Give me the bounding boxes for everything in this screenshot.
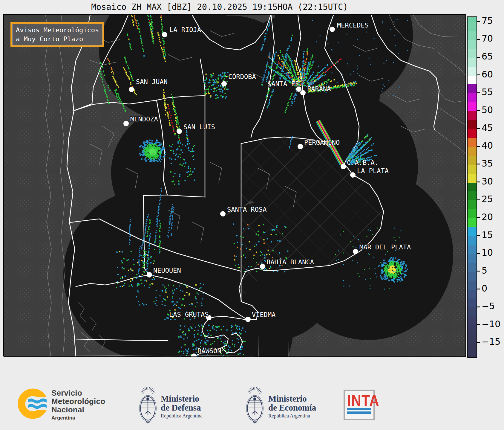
colorbar-segment-27.5	[468, 183, 477, 192]
smn-line1: Servicio	[51, 389, 105, 397]
colorbar-segment-62.5	[468, 58, 477, 67]
colorbar-segment-67.5	[468, 40, 477, 49]
city-label: MAR DEL PLATA	[359, 243, 411, 251]
radar-page: { "title": "Mosaico ZH MAX [dBZ] 20.10.2…	[0, 0, 504, 430]
colorbar-tickmark-45	[477, 128, 480, 129]
colorbar-segment-25	[468, 191, 477, 200]
colorbar-segment--12.5	[468, 325, 477, 334]
city-dot	[177, 129, 182, 134]
colorbar-tickmark-25	[477, 199, 480, 200]
city-dot	[123, 121, 129, 126]
colorbar-segment--2.5	[468, 290, 477, 299]
colorbar-segment-10	[468, 245, 477, 254]
city-label: LA RIOJA	[169, 26, 201, 33]
colorbar-tickmark-0	[477, 289, 480, 289]
colorbar-segment-65	[468, 49, 477, 58]
colorbar-tickmark-75	[477, 21, 480, 22]
colorbar-segment--7.5	[468, 307, 477, 316]
colorbar-label-65: 65	[482, 51, 493, 62]
colorbar-label-20: 20	[482, 212, 493, 222]
economia-coat-of-arms	[243, 386, 266, 426]
city-dot	[341, 164, 346, 169]
colorbar-tickmark-−5	[477, 307, 480, 307]
defensa-coat-of-arms	[136, 386, 160, 426]
colorbar-label-35: 35	[482, 158, 493, 169]
colorbar-segment--15	[468, 334, 477, 343]
colorbar-segment-2.5	[468, 272, 477, 281]
city-dot	[300, 90, 306, 95]
colorbar-label-40: 40	[482, 140, 493, 151]
colorbar-segment-5	[468, 263, 477, 272]
colorbar-segment-15	[468, 227, 477, 236]
warning-box-line2: a Muy Corto Plazo	[16, 35, 83, 43]
colorbar-label-55: 55	[482, 87, 493, 97]
city-label: VIEDMA	[252, 311, 275, 318]
colorbar-tickmark-55	[477, 92, 480, 93]
city-label: BAHÍA BLANCA	[266, 258, 314, 266]
smn-logo	[18, 388, 48, 419]
colorbar-tickmark-35	[477, 164, 480, 164]
city-dot	[221, 81, 227, 86]
colorbar-tickmark-5	[477, 271, 480, 272]
warning-box: Avisos Meteorológicos a Muy Corto Plazo	[10, 22, 104, 47]
city-label: LA PLATA	[357, 167, 389, 175]
city-dot	[220, 211, 226, 216]
economia-sub: República Argentina	[268, 413, 316, 419]
colorbar-tickmark-40	[477, 146, 480, 147]
colorbar-segment-37.5	[468, 147, 477, 156]
city-dot	[162, 32, 167, 37]
colorbar-label-−10: −10	[482, 319, 500, 329]
colorbar-segment-40	[468, 138, 477, 147]
city-label: MENDOZA	[130, 115, 158, 123]
colorbar-segment--18.9	[468, 343, 477, 357]
colorbar-label-−5: −5	[482, 301, 495, 311]
city-label: MERCEDES	[337, 22, 369, 29]
colorbar-segment-7.5	[468, 254, 477, 263]
colorbar-segment-35	[468, 156, 477, 165]
colorbar-label-50: 50	[482, 105, 493, 115]
inta-logo: INTA	[344, 390, 375, 420]
defensa-logo-text: Ministerio de Defensa República Argentin…	[161, 394, 203, 419]
colorbar-label-60: 60	[482, 69, 493, 80]
city-label: NEUQUÉN	[153, 267, 181, 274]
colorbar-segment-45	[468, 120, 477, 129]
city-label: SAN JUAN	[136, 78, 168, 86]
city-label: CÓRDOBA	[228, 73, 256, 80]
colorbar-tickmark-−10	[477, 324, 480, 325]
city-label: RAWSON	[197, 347, 221, 355]
warning-box-line1: Avisos Meteorológicos	[16, 26, 99, 34]
smn-line3: Nacional	[51, 405, 105, 414]
colorbar-label-−15: −15	[482, 336, 500, 347]
city-label: SANTA ROSA	[227, 206, 266, 213]
economia-line2: de Economía	[268, 403, 316, 412]
colorbar-tickmark-30	[477, 182, 480, 182]
inta-logo-bar2	[347, 411, 371, 414]
page-title: Mosaico ZH MAX [dBZ] 20.10.2025 19:15HOA…	[0, 2, 439, 12]
colorbar-tickmark-−15	[477, 342, 480, 343]
colorbar-segment-0	[468, 281, 477, 290]
city-dot	[147, 272, 152, 277]
inta-logo-text: INTA	[347, 393, 371, 408]
colorbar-segment-17.5	[468, 218, 477, 227]
city-dot	[245, 317, 251, 322]
smn-logo-text: Servicio Meteorológico Nacional Argentin…	[51, 389, 105, 421]
radar-map: LA RIOJAMERCEDESSAN JUANCÓRDOBASANTA FEP…	[3, 14, 465, 356]
city-label: SAN LUIS	[183, 123, 215, 131]
colorbar-tickmark-20	[477, 217, 480, 218]
colorbar-segment-55	[468, 84, 477, 93]
defensa-line2: de Defensa	[161, 403, 203, 412]
colorbar-label-45: 45	[482, 123, 493, 133]
city-dot	[350, 172, 356, 178]
colorbar-segment-22.5	[468, 200, 477, 209]
colorbar-segment-57.5	[468, 76, 477, 85]
city-dot	[129, 87, 134, 92]
colorbar-label-0: 0	[482, 283, 487, 294]
city-label: SANTA FE	[267, 80, 299, 88]
colorbar-segment-20	[468, 209, 477, 218]
city-dot	[330, 27, 335, 32]
radar-map-canvas: LA RIOJAMERCEDESSAN JUANCÓRDOBASANTA FEP…	[4, 14, 466, 357]
colorbar-tickmark-15	[477, 235, 480, 236]
city-dot	[298, 144, 303, 149]
colorbar-tickmark-10	[477, 253, 480, 254]
economia-line1: Ministerio	[268, 394, 316, 403]
